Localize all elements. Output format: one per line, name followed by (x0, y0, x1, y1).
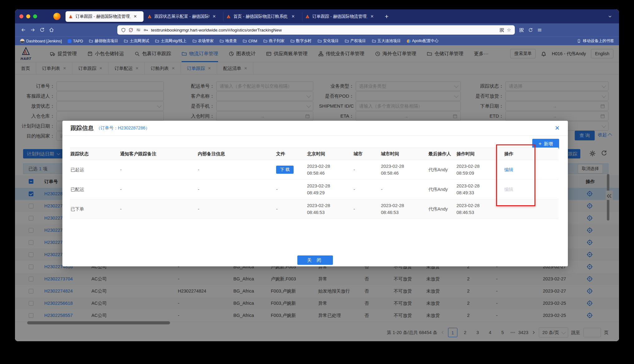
bookmark-label: 安化项目 (323, 38, 339, 44)
tracking-cell: - (380, 187, 428, 192)
browser-tab-title: 订单跟踪 - 赫德国际物流管理系统 (76, 14, 130, 19)
zoom-window-button[interactable] (33, 14, 37, 18)
reload-icon (40, 27, 45, 32)
tracking-cell: 代伟Andy (428, 167, 456, 173)
bookmark-item-4[interactable]: 土流网stg/线上 (155, 38, 187, 44)
bookmark-item-1[interactable]: TAPD (68, 39, 83, 43)
new-tab-button[interactable]: + (381, 9, 392, 23)
tab-close-icon[interactable]: ✕ (133, 14, 138, 19)
grid-icon (519, 28, 524, 32)
bookmark-folder-icon (193, 39, 197, 43)
tracking-cell: 已下单 (70, 206, 119, 212)
minimize-window-button[interactable] (26, 14, 30, 18)
browser-tab-strip: 订单跟踪 - 赫德国际物流管理系统 ✕ 跟踪状态展示配置 - 赫德国际物流 ✕ … (15, 9, 619, 23)
tracking-cell: 已配运 (70, 187, 119, 192)
tab-close-icon[interactable]: ✕ (291, 14, 295, 19)
page-actions-grid-icon[interactable] (500, 28, 504, 32)
modal-close-icon[interactable]: ✕ (555, 124, 560, 132)
tracking-col-7: 最后操作人 (428, 151, 456, 157)
bookmark-item-0[interactable]: Dashboard [Jenkins] (20, 39, 62, 43)
bookmark-folder-icon (220, 39, 224, 43)
app-menu-icon[interactable] (537, 28, 542, 32)
tracking-cell: - (197, 187, 276, 192)
bookmark-item-13[interactable]: Apollo配置中心 (407, 38, 439, 44)
tab-favicon-icon (147, 14, 152, 19)
browser-tab-title: 跟踪状态展示配置 - 赫德国际物流 (154, 14, 209, 19)
bookmark-item-11[interactable]: 产权项目 (345, 38, 366, 44)
bookmark-item-12[interactable]: 五大连池项目 (372, 38, 401, 44)
bookmark-label: 五大连池项目 (378, 38, 401, 44)
tracking-col-2: 内部备注信息 (197, 151, 276, 157)
tracking-cell: 已起运 (70, 167, 119, 173)
web-page: HART 提货管理 小包仓储转运 包裹订单跟踪 物流订单管理 图表统计 供应商账… (15, 45, 619, 341)
bookmark-folder-icon (345, 39, 349, 43)
modal-header: 跟踪信息 （订单号：H2302287286） ✕ (62, 121, 568, 136)
bookmark-item-10[interactable]: 安化项目 (318, 38, 339, 44)
bookmark-item-7[interactable]: CRM (243, 39, 257, 43)
home-button[interactable] (47, 25, 56, 35)
modal-close-button[interactable]: 关 闭 (297, 255, 333, 265)
tracking-cell: 2023-02-2808:49:29 (306, 182, 353, 196)
bookmark-folder-icon (318, 39, 322, 43)
tracking-info-modal: 跟踪信息 （订单号：H2302287286） ✕ +新增 跟踪状态通知客户跟踪备… (62, 121, 568, 266)
tracking-cell: 2023-02-2808:46:53 (306, 202, 353, 216)
browser-tab-3[interactable]: 订单跟踪 - 赫德国际物流管理系统 ✕ (302, 11, 380, 22)
mobile-bookmarks[interactable]: 移动设备上的书签 (577, 38, 614, 44)
browser-tab-0[interactable]: 订单跟踪 - 赫德国际物流管理系统 ✕ (66, 11, 144, 22)
bookmark-label: 地查查 (225, 38, 237, 44)
bookmark-star-icon[interactable]: ☆ (507, 27, 511, 33)
tracking-cell: - (119, 187, 197, 192)
tab-favicon-icon (68, 14, 73, 19)
download-button[interactable]: 下 载 (276, 166, 294, 174)
url-bar[interactable]: testtrunkbookingmgr.hart-worldwide.com/#… (117, 25, 515, 35)
tracking-col-5: 城市 (353, 151, 380, 157)
bookmark-item-3[interactable]: 土流网测试 (124, 38, 149, 44)
bookmark-label: CRM (248, 39, 257, 43)
sync-icon[interactable] (528, 28, 533, 32)
browser-tab-2[interactable]: 首页 - 赫德国际物流订舱系统 ✕ (223, 11, 301, 22)
browser-tab-1[interactable]: 跟踪状态展示配置 - 赫德国际物流 ✕ (144, 11, 222, 22)
permissions-sliders-icon[interactable] (136, 28, 141, 32)
screenshot-stage: 订单跟踪 - 赫德国际物流管理系统 ✕ 跟踪状态展示配置 - 赫德国际物流 ✕ … (0, 0, 634, 364)
firefox-icon (53, 13, 61, 20)
reload-button[interactable] (37, 25, 47, 35)
tracking-cell: - (353, 206, 380, 211)
tab-close-icon[interactable]: ✕ (370, 14, 374, 19)
shield-icon[interactable] (121, 28, 126, 32)
tab-list-dropdown-icon[interactable] (605, 12, 615, 21)
tracking-cell: 代伟Andy (428, 206, 456, 212)
extensions-icon[interactable] (519, 28, 524, 32)
menu-icon (537, 28, 542, 32)
grid-icon (500, 28, 504, 32)
url-text[interactable]: testtrunkbookingmgr.hart-worldwide.com/#… (151, 28, 497, 32)
password-key-icon[interactable] (144, 28, 148, 32)
browser-window: 订单跟踪 - 赫德国际物流管理系统 ✕ 跟踪状态展示配置 - 赫德国际物流 ✕ … (15, 9, 619, 341)
bookmark-item-8[interactable]: 燕子到家 (263, 38, 285, 44)
tabs-dropdown-chevron-icon (608, 14, 612, 19)
back-button[interactable] (19, 25, 28, 35)
bookmark-folder-icon (263, 39, 267, 43)
tracking-cell: - (353, 167, 380, 172)
bookmark-folder-icon (372, 39, 376, 43)
tracking-table-header: 跟踪状态通知客户跟踪备注内部备注信息文件北京时间城市城市时间最后操作人操作时间操… (70, 148, 558, 160)
close-window-button[interactable] (19, 14, 23, 18)
tracking-cell: - (119, 206, 197, 211)
bookmark-item-2[interactable]: 赫德物流项目 (89, 38, 118, 44)
bookmark-item-5[interactable]: 农场管家 (193, 38, 214, 44)
tracking-col-3: 文件 (276, 151, 306, 157)
forward-button[interactable] (28, 25, 37, 35)
shield-off-icon[interactable] (129, 28, 133, 32)
browser-tab-title: 首页 - 赫德国际物流订舱系统 (233, 14, 288, 19)
tab-close-icon[interactable]: ✕ (212, 14, 217, 19)
bookmark-item-6[interactable]: 地查查 (220, 38, 237, 44)
bookmark-folder-icon (155, 39, 159, 43)
tab-favicon-icon (226, 14, 231, 19)
shield-icon (121, 28, 126, 32)
macos-traffic-lights (19, 14, 37, 18)
browser-tab-title: 订单跟踪 - 赫德国际物流管理系统 (312, 14, 367, 19)
tracking-col-0: 跟踪状态 (70, 151, 119, 157)
tab-favicon-icon (305, 14, 310, 19)
bookmark-label: 土流网测试 (129, 38, 149, 44)
bookmark-item-9[interactable]: 数字乡村 (290, 38, 312, 44)
bookmark-label: Dashboard [Jenkins] (26, 39, 62, 43)
